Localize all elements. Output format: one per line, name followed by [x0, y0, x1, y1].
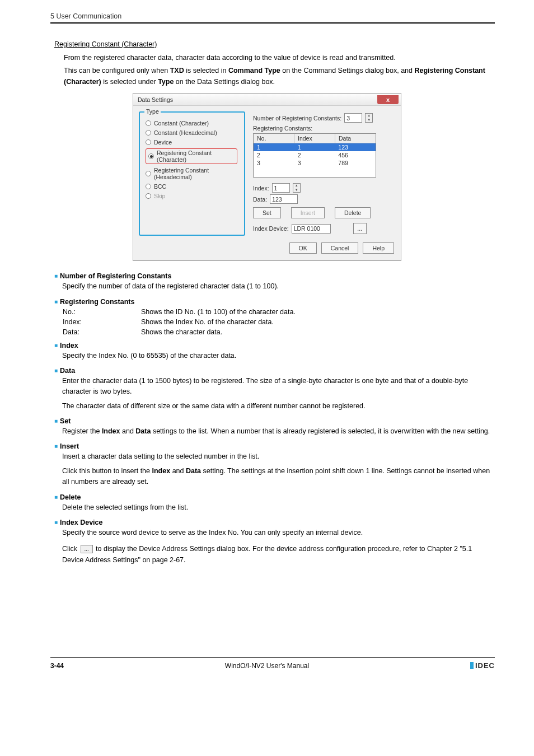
- list-item[interactable]: 22456: [254, 151, 376, 159]
- rc-index-desc: Shows the Index No. of the character dat…: [141, 318, 274, 326]
- desc-heading: ■Index Device: [54, 519, 495, 526]
- num-reg-constants-spinner[interactable]: ▲▼: [365, 113, 373, 123]
- desc-heading: ■Delete: [54, 493, 495, 501]
- index-device-label: Index Device:: [253, 225, 289, 232]
- close-icon[interactable]: x: [377, 95, 399, 104]
- desc-body: Enter the character data (1 to 1500 byte…: [62, 376, 495, 398]
- brand-logo: IDEC: [470, 661, 495, 670]
- desc-body: Click ... to display the Device Address …: [62, 544, 495, 566]
- insert-button[interactable]: Insert: [291, 207, 325, 218]
- desc-heading: ■Set: [54, 417, 495, 425]
- data-input[interactable]: 123: [270, 194, 298, 204]
- help-button[interactable]: Help: [363, 242, 394, 254]
- desc-body: Register the Index and Data settings to …: [62, 426, 495, 437]
- cancel-button[interactable]: Cancel: [321, 242, 359, 254]
- rc-no-label: No.:: [63, 308, 141, 316]
- section-para1: From the registered character data, char…: [64, 53, 495, 63]
- data-settings-dialog: Data Settings x Type Constant (Character…: [133, 93, 401, 261]
- desc-body: Specify the number of data of the regist…: [62, 281, 495, 292]
- radio-constant-character[interactable]: Constant (Character): [146, 120, 237, 127]
- desc-body: The character data of different size or …: [62, 401, 495, 412]
- index-input[interactable]: 1: [272, 183, 290, 193]
- list-item[interactable]: 11123: [254, 143, 376, 151]
- section-para2: This can be configured only when TXD is …: [64, 66, 495, 87]
- desc-heading: ■Index: [54, 342, 495, 349]
- data-label: Data:: [253, 196, 267, 203]
- desc-body: Specify the Index No. (0 to 65535) of th…: [62, 351, 495, 361]
- col-index: Index: [294, 134, 335, 143]
- dialog-title: Data Settings: [138, 96, 173, 103]
- type-legend: Type: [144, 108, 161, 115]
- browse-button[interactable]: ...: [353, 223, 367, 234]
- desc-heading: ■Number of Registering Constants: [54, 272, 495, 280]
- delete-button[interactable]: Delete: [335, 207, 371, 218]
- set-button[interactable]: Set: [253, 207, 281, 218]
- radio-constant-hex[interactable]: Constant (Hexadecimal): [146, 129, 237, 136]
- list-item[interactable]: 33789: [254, 159, 376, 167]
- type-groupbox: Type Constant (Character) Constant (Hexa…: [139, 111, 245, 236]
- page-number: 3-44: [50, 662, 64, 670]
- section-title: Registering Constant (Character): [54, 40, 495, 48]
- reg-constants-list[interactable]: No. Index Data 11123 22456 33789: [253, 133, 376, 178]
- reg-constants-label: Registering Constants:: [253, 125, 395, 132]
- rc-no-desc: Shows the ID No. (1 to 100) of the chara…: [141, 308, 296, 316]
- desc-body: Click this button to insert the Index an…: [62, 466, 495, 488]
- rc-data-desc: Shows the character data.: [141, 328, 222, 336]
- num-reg-constants-input[interactable]: 3: [344, 113, 362, 123]
- header-chapter: 5 User Communication: [50, 12, 495, 24]
- desc-body: Delete the selected settings from the li…: [62, 502, 495, 513]
- num-reg-constants-label: Number of Registering Constants:: [253, 115, 341, 122]
- rc-data-label: Data:: [63, 328, 141, 336]
- browse-icon: ...: [81, 545, 93, 553]
- radio-reg-constant-character[interactable]: Registering Constant (Character): [146, 148, 237, 164]
- radio-bcc[interactable]: BCC: [146, 183, 237, 190]
- ok-button[interactable]: OK: [289, 242, 317, 254]
- desc-body: Specify the source word device to serve …: [62, 528, 495, 538]
- index-device-input[interactable]: LDR 0100: [292, 224, 331, 234]
- radio-skip: Skip: [146, 193, 237, 199]
- desc-heading: ■Data: [54, 367, 495, 375]
- desc-heading: ■Registering Constants: [54, 298, 495, 306]
- index-spinner[interactable]: ▲▼: [293, 183, 301, 193]
- rc-index-label: Index:: [63, 318, 141, 326]
- col-no: No.: [254, 134, 294, 143]
- index-label: Index:: [253, 185, 269, 192]
- desc-heading: ■Insert: [54, 442, 495, 450]
- col-data: Data: [335, 134, 376, 143]
- desc-body: Insert a character data setting to the s…: [62, 451, 495, 462]
- radio-device[interactable]: Device: [146, 139, 237, 146]
- radio-reg-constant-hex[interactable]: Registering Constant (Hexadecimal): [146, 167, 237, 180]
- manual-title: WindO/I-NV2 User's Manual: [225, 662, 309, 670]
